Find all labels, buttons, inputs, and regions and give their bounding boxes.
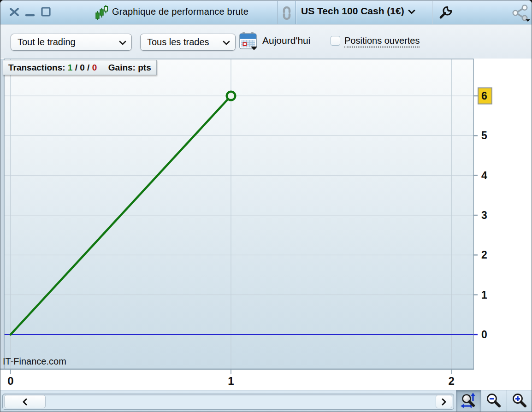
y-axis-label: 6 bbox=[481, 90, 487, 102]
winning-trades-count: 1 bbox=[68, 63, 73, 72]
chevron-down-icon bbox=[526, 19, 530, 22]
zoom-in-button[interactable] bbox=[507, 390, 532, 412]
window-title: Graphique de performance brute bbox=[112, 6, 248, 17]
minimize-icon[interactable] bbox=[24, 6, 37, 19]
horizontal-scrollbar[interactable] bbox=[2, 394, 454, 410]
instrument-label: US Tech 100 Cash (1€) bbox=[301, 6, 404, 16]
bottom-bar bbox=[0, 390, 532, 412]
trades-filter-select[interactable]: Tous les trades bbox=[140, 34, 236, 51]
unlink-icon[interactable] bbox=[280, 5, 294, 23]
trading-scope-value: Tout le trading bbox=[18, 37, 76, 47]
x-axis-label: 0 bbox=[7, 375, 13, 387]
maximize-icon[interactable] bbox=[40, 6, 53, 19]
filter-toolbar: Tout le trading Tous les trades Aujourd'… bbox=[0, 24, 532, 59]
y-axis-label: 0 bbox=[481, 329, 487, 341]
zoom-out-icon bbox=[485, 393, 503, 410]
separator: / bbox=[75, 63, 77, 72]
zoom-fit-icon bbox=[460, 392, 478, 411]
plot-left-margin bbox=[0, 59, 4, 369]
plot-background bbox=[4, 59, 473, 369]
y-axis-label: 1 bbox=[481, 289, 487, 301]
chevron-down-icon bbox=[119, 41, 126, 45]
performance-chart[interactable]: 0123456012 bbox=[0, 59, 532, 390]
gains-value: pts bbox=[138, 63, 151, 72]
y-axis-label: 3 bbox=[481, 209, 487, 221]
titlebar: Graphique de performance brute US Tech 1… bbox=[0, 0, 532, 24]
chart-region: 0123456012 Transactions: 1 / 0 / 0 Gains… bbox=[0, 59, 532, 390]
separator: / bbox=[87, 63, 89, 72]
trades-filter-value: Tous les trades bbox=[147, 37, 209, 47]
trading-scope-select[interactable]: Tout le trading bbox=[11, 34, 132, 51]
scroll-right-button[interactable] bbox=[436, 395, 452, 408]
divider bbox=[277, 1, 278, 24]
share-icon[interactable] bbox=[511, 4, 531, 24]
y-axis-label: 4 bbox=[481, 170, 487, 182]
wrench-icon[interactable] bbox=[437, 5, 453, 23]
losing-trades-count: 0 bbox=[92, 63, 97, 72]
open-positions-checkbox[interactable] bbox=[331, 36, 340, 46]
open-positions-label[interactable]: Positions ouvertes bbox=[344, 35, 420, 47]
zoom-out-button[interactable] bbox=[481, 390, 507, 412]
last-point-marker bbox=[227, 92, 235, 100]
neutral-trades-count: 0 bbox=[80, 63, 85, 72]
gains-label: Gains: bbox=[108, 63, 136, 72]
divider bbox=[432, 1, 432, 24]
y-axis-label: 5 bbox=[481, 129, 487, 141]
close-icon[interactable] bbox=[9, 6, 22, 19]
transactions-label: Transactions: bbox=[8, 63, 65, 72]
y-axis-label: 2 bbox=[481, 249, 487, 261]
date-range-label: Aujourd'hui bbox=[262, 35, 310, 46]
zoom-fit-button[interactable] bbox=[456, 390, 481, 412]
x-axis-label: 1 bbox=[228, 375, 234, 387]
stats-badge: Transactions: 1 / 0 / 0 Gains: pts bbox=[3, 60, 157, 75]
zoom-in-icon bbox=[511, 393, 529, 410]
divider bbox=[296, 1, 296, 24]
scroll-left-button[interactable] bbox=[4, 395, 46, 408]
chevron-down-icon bbox=[223, 41, 230, 45]
calendar-icon[interactable] bbox=[239, 31, 259, 53]
provider-watermark: IT-Finance.com bbox=[3, 356, 66, 367]
chevron-down-icon bbox=[408, 9, 415, 14]
performance-chart-window: Graphique de performance brute US Tech 1… bbox=[0, 0, 532, 412]
chevron-left-icon bbox=[22, 398, 28, 406]
chevron-right-icon bbox=[441, 398, 447, 406]
x-axis-label: 2 bbox=[449, 375, 455, 387]
instrument-selector[interactable]: US Tech 100 Cash (1€) bbox=[301, 6, 415, 17]
candlestick-chart-icon bbox=[95, 5, 109, 23]
